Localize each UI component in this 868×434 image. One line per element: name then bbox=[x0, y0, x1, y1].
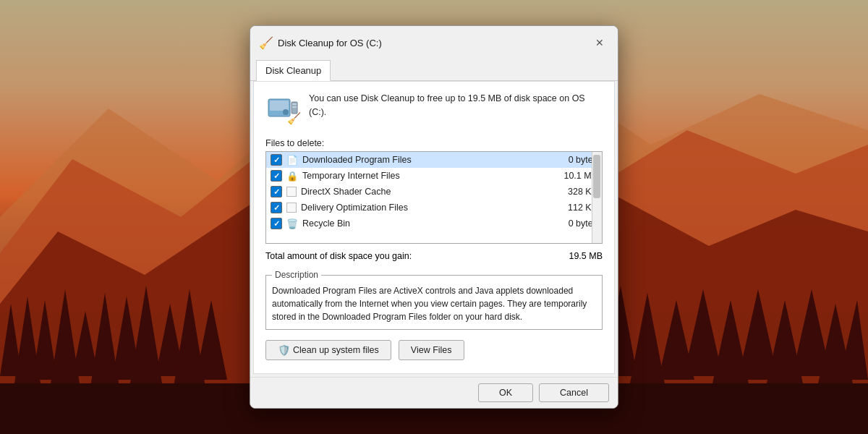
ok-button[interactable]: OK bbox=[478, 383, 533, 402]
header-section: 🧹 You can use Disk Cleanup to free up to… bbox=[265, 92, 603, 127]
delivery-icon bbox=[286, 203, 297, 213]
temp-internet-name: Temporary Internet Files bbox=[302, 171, 550, 181]
shield-icon: 🛡️ bbox=[278, 344, 290, 356]
titlebar-left: 🧹 Disk Cleanup for OS (C:) bbox=[259, 35, 382, 50]
dialog-overlay: 🧹 Disk Cleanup for OS (C:) ✕ Disk Cleanu… bbox=[0, 0, 868, 434]
svg-text:🧹: 🧹 bbox=[287, 111, 300, 125]
tab-bar: Disk Cleanup bbox=[250, 56, 618, 81]
svg-rect-30 bbox=[292, 103, 297, 105]
bottom-buttons: 🛡️ Clean up system files View Files bbox=[265, 340, 603, 360]
view-files-label: View Files bbox=[411, 345, 452, 355]
delivery-size: 112 KB bbox=[554, 203, 597, 213]
scrollbar-thumb[interactable] bbox=[593, 155, 600, 198]
view-files-button[interactable]: View Files bbox=[399, 340, 464, 360]
disk-cleanup-icon: 🧹 bbox=[259, 35, 273, 50]
directx-name: DirectX Shader Cache bbox=[301, 187, 550, 197]
files-to-delete-label: Files to delete: bbox=[265, 138, 603, 148]
total-row: Total amount of disk space you gain: 19.… bbox=[265, 251, 603, 261]
directx-size: 328 KB bbox=[554, 187, 597, 197]
file-item-delivery[interactable]: ✓ Delivery Optimization Files 112 KB bbox=[266, 200, 602, 216]
tab-disk-cleanup[interactable]: Disk Cleanup bbox=[256, 60, 331, 81]
cleanup-system-files-button[interactable]: 🛡️ Clean up system files bbox=[265, 340, 391, 360]
dialog-titlebar: 🧹 Disk Cleanup for OS (C:) ✕ bbox=[250, 26, 618, 56]
scrollbar-track[interactable] bbox=[592, 152, 602, 243]
recycle-name: Recycle Bin bbox=[302, 218, 550, 229]
recycle-size: 0 bytes bbox=[554, 218, 597, 229]
temp-internet-size: 10.1 MB bbox=[554, 171, 597, 181]
file-item-temp-internet[interactable]: ✓ 🔒 Temporary Internet Files 10.1 MB bbox=[266, 168, 602, 184]
content-area: 🧹 You can use Disk Cleanup to free up to… bbox=[254, 82, 614, 373]
disk-cleanup-dialog: 🧹 Disk Cleanup for OS (C:) ✕ Disk Cleanu… bbox=[250, 25, 618, 409]
svg-rect-31 bbox=[292, 106, 297, 108]
dialog-footer: OK Cancel bbox=[250, 377, 618, 408]
checkbox-temp-internet[interactable]: ✓ bbox=[271, 170, 282, 182]
directx-icon bbox=[286, 187, 297, 197]
recycle-icon: 🗑️ bbox=[286, 218, 298, 229]
checkbox-recycle[interactable]: ✓ bbox=[271, 218, 282, 229]
cleanup-btn-label: Clean up system files bbox=[293, 345, 379, 355]
total-label: Total amount of disk space you gain: bbox=[265, 251, 412, 261]
files-list[interactable]: ✓ 📄 Downloaded Program Files 0 bytes ✓ 🔒… bbox=[265, 151, 603, 244]
description-fieldset: Description Downloaded Program Files are… bbox=[265, 270, 603, 330]
description-text: Downloaded Program Files are ActiveX con… bbox=[272, 284, 596, 323]
header-description: You can use Disk Cleanup to free up to 1… bbox=[309, 92, 603, 119]
svg-rect-27 bbox=[270, 101, 289, 111]
delivery-name: Delivery Optimization Files bbox=[301, 203, 550, 213]
downloaded-size: 0 bytes bbox=[554, 155, 597, 165]
description-legend: Description bbox=[272, 270, 321, 280]
cancel-button[interactable]: Cancel bbox=[539, 383, 609, 402]
close-button[interactable]: ✕ bbox=[590, 33, 609, 52]
checkbox-downloaded[interactable]: ✓ bbox=[271, 154, 282, 166]
file-item-downloaded[interactable]: ✓ 📄 Downloaded Program Files 0 bytes bbox=[266, 152, 602, 168]
total-value: 19.5 MB bbox=[569, 251, 603, 261]
temp-internet-icon: 🔒 bbox=[286, 170, 298, 182]
downloaded-icon: 📄 bbox=[286, 154, 298, 166]
disk-icon: 🧹 bbox=[265, 92, 300, 127]
dialog-body: 🧹 You can use Disk Cleanup to free up to… bbox=[253, 81, 615, 374]
downloaded-name: Downloaded Program Files bbox=[302, 155, 550, 165]
checkbox-delivery[interactable]: ✓ bbox=[271, 202, 282, 213]
checkbox-directx[interactable]: ✓ bbox=[271, 186, 282, 197]
dialog-title: Disk Cleanup for OS (C:) bbox=[278, 38, 382, 48]
file-item-recycle[interactable]: ✓ 🗑️ Recycle Bin 0 bytes bbox=[266, 216, 602, 231]
file-item-directx[interactable]: ✓ DirectX Shader Cache 328 KB bbox=[266, 184, 602, 200]
